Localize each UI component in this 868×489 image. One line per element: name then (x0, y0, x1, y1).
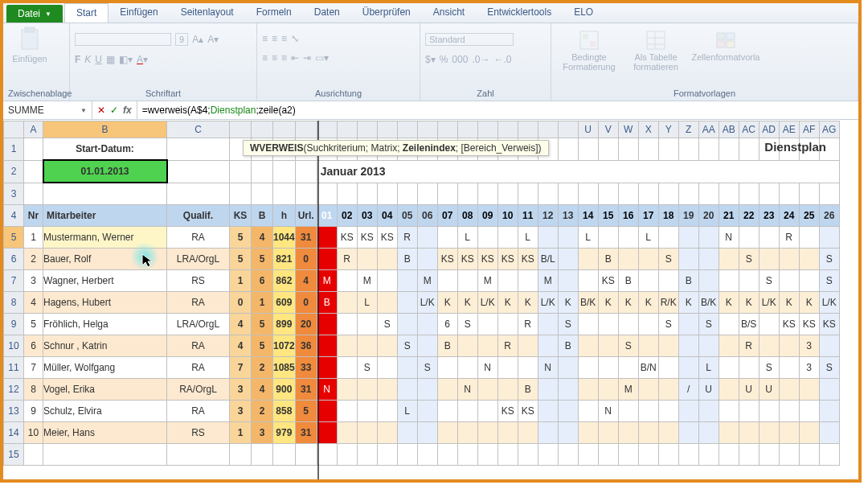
cell-day[interactable] (417, 401, 437, 422)
cell-nr[interactable]: 3 (24, 270, 43, 292)
col-header[interactable]: AD (759, 121, 779, 138)
cell-day[interactable] (457, 401, 477, 422)
indent-inc-icon[interactable]: ⇥ (303, 52, 311, 64)
cell-day[interactable]: M (477, 270, 497, 292)
cell-day[interactable]: L (518, 227, 538, 249)
cell-day[interactable] (477, 314, 497, 335)
col-header[interactable] (417, 121, 437, 138)
cell-day[interactable]: KS (518, 401, 538, 422)
tab-start[interactable]: Start (64, 3, 108, 23)
cell-day[interactable]: L (698, 357, 719, 379)
col-header[interactable] (397, 121, 417, 138)
cell-day[interactable] (598, 314, 618, 335)
cell-day[interactable] (337, 314, 357, 335)
cell-day[interactable] (357, 379, 377, 401)
cell-day[interactable]: K (618, 292, 638, 314)
cell-day[interactable]: S (377, 314, 397, 335)
cell-day[interactable]: N (457, 379, 477, 401)
cell-day[interactable]: S (698, 314, 719, 335)
col-header[interactable] (457, 121, 477, 138)
cell-name[interactable]: Schnur , Katrin (43, 335, 167, 357)
cell-day[interactable] (779, 270, 799, 292)
cell-day[interactable]: 3 (799, 357, 819, 379)
cell-day[interactable]: U (698, 379, 719, 401)
cell-day[interactable] (779, 335, 799, 357)
cell-day[interactable] (678, 357, 698, 379)
cell-day[interactable] (799, 270, 819, 292)
cell-ks[interactable]: 7 (230, 357, 252, 379)
row-header-3[interactable]: 3 (4, 183, 24, 205)
cell-day[interactable]: KS (779, 314, 799, 335)
cell-day[interactable] (638, 249, 658, 270)
cell-day[interactable]: N (317, 379, 337, 401)
cell-day[interactable]: KS (518, 249, 538, 270)
cell-day[interactable] (658, 379, 678, 401)
row-header-6[interactable]: 6 (4, 249, 24, 270)
cell-day[interactable] (417, 314, 437, 335)
inc-decimal-icon[interactable]: .0→ (472, 54, 489, 65)
cell-day[interactable] (397, 314, 417, 335)
cell-name[interactable]: Vogel, Erika (43, 379, 167, 401)
cell-day[interactable] (799, 227, 819, 249)
cell-day[interactable]: M (417, 270, 437, 292)
cell-nr[interactable]: 10 (24, 422, 43, 444)
cell-url[interactable]: 36 (295, 335, 317, 357)
cell-day[interactable] (719, 335, 739, 357)
currency-icon[interactable]: $▾ (425, 54, 436, 65)
cell-day[interactable] (477, 379, 497, 401)
cell-day[interactable] (578, 379, 598, 401)
col-header[interactable] (252, 121, 273, 138)
cell-b[interactable]: 4 (252, 227, 273, 249)
bold-button[interactable]: F (75, 54, 80, 65)
cell-day[interactable] (819, 335, 839, 357)
cancel-formula-button[interactable]: ✕ (97, 105, 105, 116)
cell-day[interactable] (477, 227, 497, 249)
cell-qual[interactable]: LRA/OrgL (167, 314, 230, 335)
cell-day[interactable]: KS (437, 249, 457, 270)
cell-day[interactable] (638, 401, 658, 422)
cell-h[interactable]: 1085 (273, 357, 296, 379)
cell-day[interactable]: KS (497, 401, 518, 422)
cell-day[interactable] (457, 422, 477, 444)
cell-qual[interactable]: RA (167, 292, 230, 314)
cell-day[interactable] (698, 422, 719, 444)
align-bottom-icon[interactable]: ≡ (281, 33, 287, 44)
cell-day[interactable] (739, 401, 759, 422)
cell-day[interactable] (317, 401, 337, 422)
cell-qual[interactable]: RA (167, 227, 230, 249)
cell-day[interactable] (759, 335, 779, 357)
cell-b[interactable]: 5 (252, 249, 273, 270)
cell-day[interactable] (799, 379, 819, 401)
cell-day[interactable] (397, 357, 417, 379)
cell-day[interactable]: S (417, 357, 437, 379)
row-header-7[interactable]: 7 (4, 270, 24, 292)
cell-day[interactable]: K (558, 292, 578, 314)
cell-day[interactable] (337, 270, 357, 292)
cell-day[interactable]: S (618, 335, 638, 357)
cell-day[interactable]: S (357, 357, 377, 379)
italic-button[interactable]: K (84, 54, 91, 65)
cell-nr[interactable]: 5 (24, 314, 43, 335)
cell-day[interactable] (357, 314, 377, 335)
cell-b[interactable]: 3 (252, 422, 273, 444)
cell-day[interactable] (819, 227, 839, 249)
cell-qual[interactable]: RA (167, 401, 230, 422)
cell-day[interactable] (779, 422, 799, 444)
cell-day[interactable]: U (759, 379, 779, 401)
cell-day[interactable]: KS (377, 227, 397, 249)
cell-day[interactable] (759, 401, 779, 422)
cell-day[interactable] (377, 270, 397, 292)
cell-day[interactable]: R (497, 335, 518, 357)
cell-day[interactable] (518, 335, 538, 357)
cell-day[interactable] (618, 357, 638, 379)
cell-day[interactable] (538, 314, 558, 335)
cell-day[interactable] (618, 314, 638, 335)
cell-day[interactable] (558, 357, 578, 379)
cell-day[interactable]: N (598, 401, 618, 422)
cell-day[interactable] (698, 401, 719, 422)
cell-day[interactable]: K (457, 292, 477, 314)
cell-day[interactable] (598, 227, 618, 249)
cell-day[interactable]: K (719, 292, 739, 314)
thousands-icon[interactable]: 000 (452, 54, 468, 65)
align-right-icon[interactable]: ≡ (281, 52, 287, 64)
